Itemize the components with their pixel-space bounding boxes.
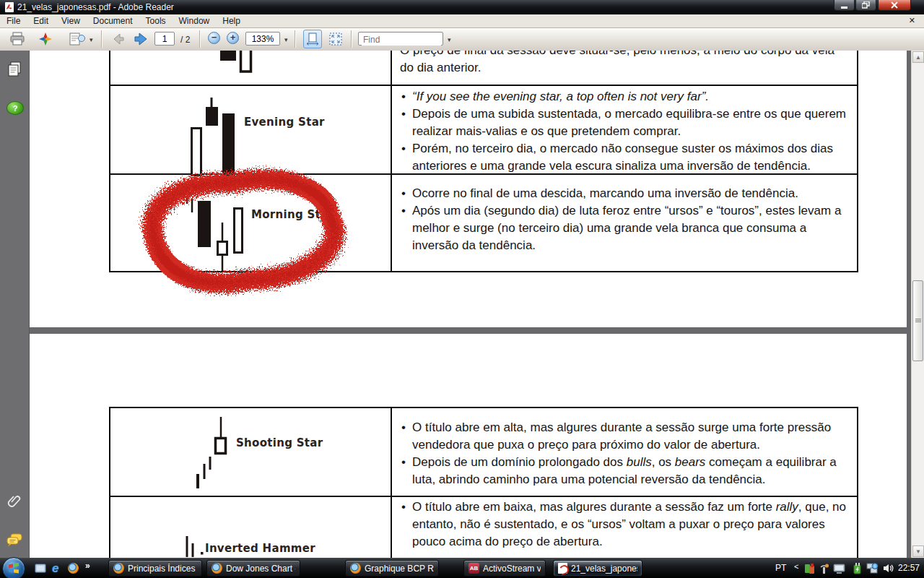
acrobat-collaborate-icon[interactable] <box>36 30 55 48</box>
tray-wireless-icon[interactable] <box>819 563 830 574</box>
scroll-down-button[interactable]: ▼ <box>912 545 924 557</box>
find-input[interactable] <box>362 33 441 46</box>
find-box <box>358 32 443 46</box>
taskbar-button-velas-japonesas[interactable]: 21_velas_japonesas.... <box>553 560 642 577</box>
find-caret-icon[interactable]: ▾ <box>448 36 451 43</box>
desktop: 21_velas_japonesas.pdf - Adobe Reader Fi… <box>0 0 924 578</box>
tray-activity-icon[interactable] <box>804 563 816 574</box>
menu-file[interactable]: File <box>0 14 27 27</box>
evening-star-text: •“If you see the evening star, a top oft… <box>400 88 856 175</box>
bullet-icon: • <box>401 88 406 105</box>
bullet-icon: • <box>401 499 406 516</box>
toolbar: ▾ / 2 − + 133% ▾ <box>0 28 924 51</box>
share-caret-icon[interactable]: ▾ <box>90 36 93 43</box>
table-border <box>109 407 110 558</box>
print-button[interactable] <box>7 30 27 48</box>
bullet-icon: • <box>401 185 406 202</box>
toolbar-close-icon[interactable]: ✕ <box>909 16 915 25</box>
shooting-star-candlestick-figure <box>192 415 257 493</box>
table-border <box>857 51 858 271</box>
table-border <box>391 407 392 558</box>
show-desktop-icon[interactable] <box>35 564 46 573</box>
vertical-scrollbar[interactable]: ▲ ▼ <box>911 51 924 558</box>
clock[interactable]: 22:57 <box>898 563 920 573</box>
toolbar-separator <box>101 30 103 48</box>
evening-star-label: Evening Star <box>244 116 325 129</box>
taskbar-button-dow-jones[interactable]: Dow Jones Chart - L... <box>206 560 300 577</box>
bullet-icon: • <box>401 105 406 123</box>
toolbar-separator <box>295 30 296 48</box>
window-title: 21_velas_japonesas.pdf - Adobe Reader <box>17 2 174 12</box>
adobe-pdf-icon <box>4 2 14 12</box>
red-scribble-annotation <box>116 159 362 311</box>
shooting-star-label: Shooting Star <box>236 436 323 449</box>
toolbar-separator <box>199 30 201 48</box>
tray-network-icon[interactable] <box>866 562 879 574</box>
zoom-in-button[interactable]: + <box>227 32 239 44</box>
menu-tools[interactable]: Tools <box>139 14 173 27</box>
scrollbar-thumb[interactable] <box>912 280 923 361</box>
menu-help[interactable]: Help <box>216 14 247 27</box>
tray-power-icon[interactable] <box>852 562 863 574</box>
close-button[interactable] <box>878 0 911 11</box>
internet-explorer-icon[interactable]: e <box>52 561 58 576</box>
clipped-candlestick-figure <box>219 51 284 75</box>
table-border <box>109 51 110 271</box>
menu-view[interactable]: View <box>55 14 87 27</box>
clipped-row-text: O preço de final da sessão deve situar-s… <box>400 51 862 77</box>
firefox-icon[interactable] <box>68 563 79 574</box>
firefox-icon <box>212 563 222 574</box>
adobe-pdf-icon <box>558 563 567 574</box>
restore-button[interactable] <box>855 0 876 11</box>
menu-window[interactable]: Window <box>173 14 217 27</box>
pdf-page-2: Shooting Star •O título abre em alta, ma… <box>30 334 907 558</box>
activostream-icon: AB <box>468 563 479 574</box>
menu-bar: File Edit View Document Tools Window Hel… <box>0 14 924 28</box>
firefox-icon <box>350 563 361 574</box>
start-button[interactable] <box>2 557 25 578</box>
menu-document[interactable]: Document <box>87 14 139 27</box>
comments-panel-icon[interactable] <box>6 532 23 548</box>
toolbar-separator <box>351 30 352 48</box>
bullet-icon: • <box>401 454 406 471</box>
language-indicator[interactable]: PT <box>775 563 786 573</box>
quick-launch-overflow-chevron[interactable]: » <box>85 561 90 571</box>
table-border <box>109 407 858 408</box>
firefox-icon <box>113 563 124 574</box>
attachments-panel-icon[interactable] <box>6 493 23 510</box>
bullet-icon: • <box>401 140 406 158</box>
bullet-icon: • <box>401 419 406 436</box>
title-bar: 21_velas_japonesas.pdf - Adobe Reader <box>0 0 924 14</box>
tray-expand-chevron[interactable]: < <box>794 562 798 571</box>
tray-volume-icon[interactable] <box>882 562 894 574</box>
table-border <box>857 407 858 558</box>
table-border <box>109 496 858 497</box>
taskbar: e » Principais Índices M... Dow Jones Ch… <box>0 558 924 578</box>
taskbar-button-principais-indices[interactable]: Principais Índices M... <box>108 560 202 577</box>
taskbar-button-activostream[interactable]: AB ActivoStream v4.14 <box>463 560 546 577</box>
taskbar-button-graphique-bcp[interactable]: Graphique BCP R, c... <box>345 560 439 577</box>
menu-edit[interactable]: Edit <box>27 14 55 27</box>
bullet-icon: • <box>401 202 406 220</box>
zoom-out-button[interactable]: − <box>208 32 220 44</box>
pdf-page-1: O preço de final da sessão deve situar-s… <box>30 51 907 327</box>
page-number-input[interactable] <box>154 32 175 46</box>
navigation-pane: ? <box>0 51 30 558</box>
table-border <box>391 51 392 271</box>
zoom-caret-icon[interactable]: ▾ <box>284 36 288 43</box>
previous-page-button[interactable] <box>110 31 127 47</box>
fit-page-button[interactable] <box>326 30 345 48</box>
minimize-button[interactable] <box>834 0 855 11</box>
email-share-button[interactable] <box>66 30 88 48</box>
scroll-up-button[interactable]: ▲ <box>912 51 924 63</box>
page-gap <box>30 327 907 334</box>
how-to-help-icon[interactable]: ? <box>6 101 24 115</box>
zoom-level-value[interactable]: 133% <box>245 32 280 46</box>
next-page-button[interactable] <box>131 30 150 48</box>
scrolling-mode-button[interactable] <box>303 30 322 48</box>
morning-star-text: •Ocorre no final de uma descida, marcand… <box>400 185 856 254</box>
pages-panel-icon[interactable] <box>6 61 23 78</box>
tray-display-icon[interactable] <box>833 563 845 574</box>
table-border <box>109 85 858 86</box>
page-total-label: / 2 <box>180 35 190 45</box>
